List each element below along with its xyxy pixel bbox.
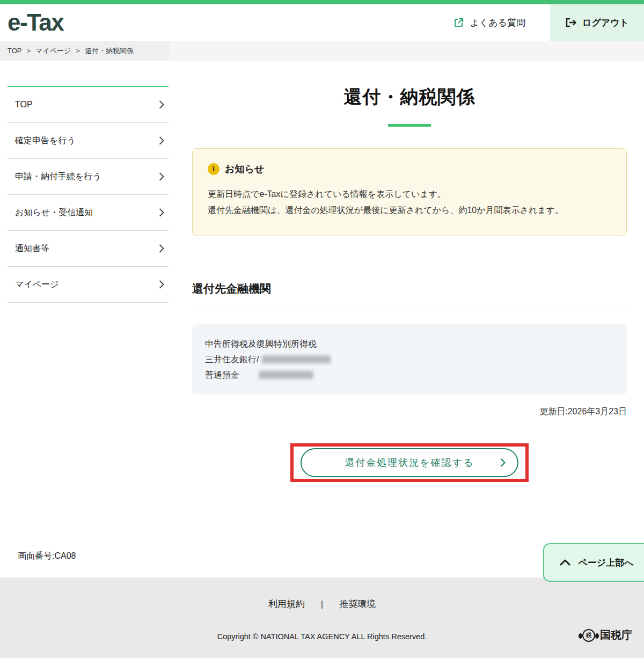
- sidebar-item-label: 確定申告を行う: [15, 135, 76, 147]
- sidebar-item-label: マイページ: [15, 279, 59, 290]
- faq-link[interactable]: よくある質問: [453, 17, 525, 29]
- header: e-Tax よくある質問 ログアウト: [0, 4, 644, 41]
- redacted-account-number: [259, 371, 313, 379]
- updated-date: 更新日:2026年3月23日: [192, 406, 627, 418]
- sidebar-item-oshirase[interactable]: お知らせ・受信通知: [8, 195, 169, 231]
- info-icon: i: [208, 163, 219, 175]
- page-title: 還付・納税関係: [192, 85, 627, 109]
- notice-body: 更新日時点でe-Taxに登録されている情報を表示しています。 還付先金融機関は、…: [208, 186, 611, 218]
- refund-bank-card: 申告所得税及復興特別所得税 三井住友銀行/ 普通預金: [192, 324, 627, 394]
- logout-icon: [565, 18, 577, 27]
- title-underline: [388, 124, 431, 127]
- chevron-right-icon: [159, 280, 164, 289]
- tax-type-text: 申告所得税及復興特別所得税: [205, 336, 614, 352]
- chevron-right-icon: [159, 172, 164, 181]
- chevron-right-icon: [501, 458, 506, 467]
- redacted-branch-number: [262, 355, 331, 363]
- notice-box: i お知らせ 更新日時点でe-Taxに登録されている情報を表示しています。 還付…: [192, 148, 627, 236]
- breadcrumb-mypage[interactable]: マイページ: [35, 46, 71, 56]
- sidebar-menu: TOP 確定申告を行う 申請・納付手続を行う お知らせ・受信通知 通知書等 マイ…: [8, 86, 169, 303]
- etax-logo[interactable]: e-Tax: [8, 9, 63, 36]
- terms-link[interactable]: 利用規約: [268, 598, 305, 610]
- copyright-text: Copyright © NATIONAL TAX AGENCY ALL Righ…: [0, 632, 644, 641]
- sidebar-item-label: お知らせ・受信通知: [15, 207, 93, 218]
- nta-name: 国税庁: [600, 628, 632, 642]
- footer: 利用規約 | 推奨環境 Copyright © NATIONAL TAX AGE…: [0, 577, 644, 658]
- faq-label: よくある質問: [470, 17, 525, 29]
- page-top-label: ページ上部へ: [578, 557, 633, 569]
- logout-button[interactable]: ログアウト: [550, 4, 644, 41]
- section-divider: [192, 304, 627, 304]
- red-highlight-annotation: 還付金処理状況を確認する: [290, 443, 529, 482]
- brand-top-bar: [0, 0, 644, 4]
- cta-area: 還付金処理状況を確認する: [192, 443, 627, 482]
- account-row: 普通預金: [205, 367, 614, 383]
- external-link-icon: [453, 17, 464, 28]
- recommended-env-link[interactable]: 推奨環境: [339, 598, 376, 610]
- chevron-up-icon: [560, 559, 570, 566]
- breadcrumb-separator: >: [27, 47, 31, 55]
- logout-label: ログアウト: [582, 17, 629, 29]
- breadcrumb-current: 還付・納税関係: [85, 46, 134, 56]
- chevron-right-icon: [159, 208, 164, 217]
- nta-emblem-icon: 税: [582, 629, 595, 642]
- screen-number: 画面番号:CA08: [18, 551, 76, 562]
- notice-line: 更新日時点でe-Taxに登録されている情報を表示しています。: [208, 186, 611, 202]
- bank-name-row: 三井住友銀行/: [205, 352, 614, 367]
- sidebar-item-shinsei-nofu[interactable]: 申請・納付手続を行う: [8, 159, 169, 195]
- etax-refund-page: e-Tax よくある質問 ログアウト TOP > マイページ > 還付・納税関係…: [0, 0, 644, 658]
- account-type-text: 普通預金: [205, 370, 239, 379]
- nta-logo: 税 国税庁: [582, 628, 632, 642]
- notice-title: お知らせ: [225, 163, 264, 176]
- breadcrumb-top[interactable]: TOP: [8, 47, 22, 55]
- sidebar-item-label: 通知書等: [15, 243, 49, 254]
- breadcrumb-separator: >: [76, 47, 80, 55]
- sidebar-item-kakutei-shinkoku[interactable]: 確定申告を行う: [8, 123, 169, 159]
- sidebar-item-tsuchisho[interactable]: 通知書等: [8, 231, 169, 267]
- main-content: 還付・納税関係 i お知らせ 更新日時点でe-Taxに登録されている情報を表示し…: [192, 60, 627, 482]
- breadcrumb-bar: TOP > マイページ > 還付・納税関係: [0, 41, 644, 61]
- check-refund-status-button[interactable]: 還付金処理状況を確認する: [301, 448, 518, 477]
- cta-label: 還付金処理状況を確認する: [345, 456, 474, 469]
- refund-bank-section-heading: 還付先金融機関: [192, 281, 627, 296]
- chevron-right-icon: [159, 136, 164, 145]
- chevron-right-icon: [159, 100, 164, 109]
- notice-line: 還付先金融機関は、還付金の処理状況が最後に更新されてから、約10か月間表示されま…: [208, 202, 611, 218]
- sidebar-item-mypage[interactable]: マイページ: [8, 267, 169, 303]
- footer-link-divider: |: [321, 599, 323, 610]
- sidebar-item-label: TOP: [15, 100, 33, 109]
- sidebar-item-top[interactable]: TOP: [8, 87, 169, 123]
- bank-name-text: 三井住友銀行/: [205, 355, 259, 364]
- breadcrumb: TOP > マイページ > 還付・納税関係: [0, 41, 169, 61]
- sidebar-item-label: 申請・納付手続を行う: [15, 171, 101, 182]
- footer-links: 利用規約 | 推奨環境: [0, 598, 644, 610]
- page-top-button[interactable]: ページ上部へ: [543, 543, 644, 582]
- chevron-right-icon: [159, 244, 164, 253]
- notice-header: i お知らせ: [208, 163, 611, 176]
